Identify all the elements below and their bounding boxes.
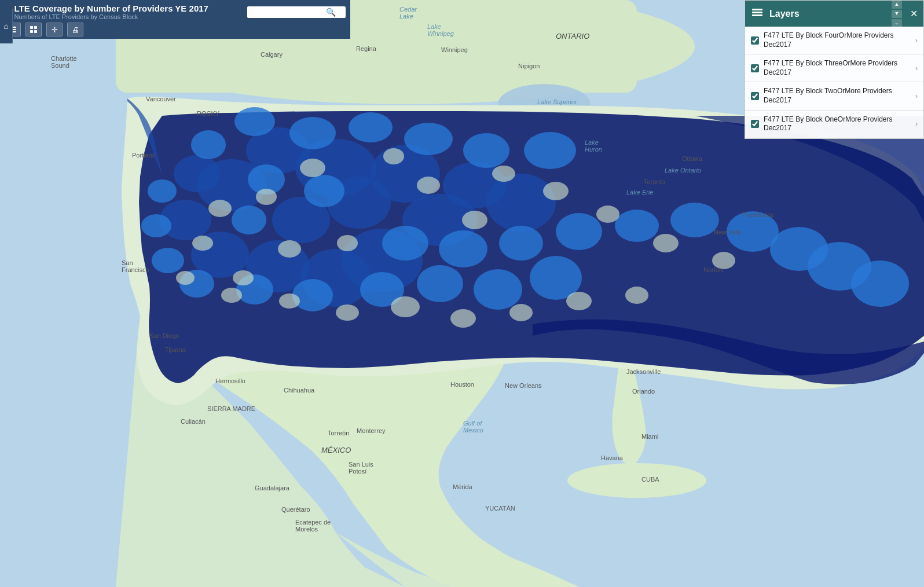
layers-controls: ▲ ▼ ⌄ [892, 1, 902, 27]
layer-item-2[interactable]: F477 LTE By Block ThreeOrMore Providers … [745, 54, 923, 82]
svg-point-32 [232, 206, 266, 234]
move-button[interactable]: ✛ [46, 23, 63, 36]
svg-point-29 [524, 132, 576, 169]
svg-point-68 [712, 252, 735, 269]
svg-point-59 [278, 240, 301, 258]
layer-4-arrow: › [915, 120, 918, 128]
svg-rect-84 [752, 9, 762, 10]
layer-3-checkbox[interactable] [751, 92, 759, 100]
svg-point-73 [625, 287, 648, 304]
svg-point-31 [304, 175, 344, 207]
search-input[interactable] [251, 8, 326, 16]
svg-point-28 [463, 133, 509, 168]
svg-point-35 [499, 226, 543, 261]
grid-button[interactable] [25, 23, 42, 36]
svg-point-57 [417, 177, 440, 194]
svg-point-22 [174, 155, 220, 192]
search-button[interactable]: 🔍 [326, 8, 336, 17]
svg-point-52 [148, 179, 177, 203]
svg-point-71 [509, 304, 533, 321]
svg-point-24 [234, 107, 275, 136]
layers-stack-icon [751, 6, 764, 21]
svg-rect-82 [30, 30, 33, 33]
layer-3-name: F477 LTE By Block TwoOrMore Providers De… [764, 87, 911, 105]
layer-2-name: F477 LTE By Block ThreeOrMore Providers … [764, 59, 911, 77]
print-button[interactable]: 🖨 [67, 23, 83, 36]
svg-point-65 [543, 182, 569, 200]
svg-point-76 [221, 288, 242, 303]
layers-close-button[interactable]: ✕ [910, 8, 918, 19]
layer-2-checkbox[interactable] [751, 64, 759, 72]
svg-point-3 [567, 463, 706, 498]
svg-point-60 [337, 235, 358, 251]
layer-item-1[interactable]: F477 LTE By Block FourOrMore Providers D… [745, 27, 923, 54]
layers-up-button[interactable]: ▲ [892, 1, 902, 9]
svg-point-74 [336, 304, 359, 321]
svg-point-64 [492, 166, 515, 182]
svg-point-62 [192, 236, 213, 251]
svg-point-58 [462, 211, 487, 229]
layers-panel: Layers ▲ ▼ ⌄ ✕ F477 LTE By Block FourOrM… [745, 0, 924, 139]
svg-point-17 [486, 174, 556, 232]
layer-1-name: F477 LTE By Block FourOrMore Providers D… [764, 31, 911, 49]
map-subtitle: Numbers of LTE Providers by Census Block [14, 13, 244, 20]
svg-point-33 [382, 226, 428, 261]
svg-point-54 [256, 189, 277, 205]
svg-point-50 [152, 248, 184, 273]
layers-expand-button[interactable]: ⌄ [892, 19, 902, 27]
svg-point-53 [208, 200, 232, 217]
svg-point-72 [566, 292, 592, 310]
nav-sidebar: ⌂ [0, 9, 13, 43]
layer-4-name: F477 LTE By Block OneOrMore Providers De… [764, 115, 911, 133]
svg-point-67 [653, 234, 679, 252]
layer-2-arrow: › [915, 64, 918, 72]
svg-point-27 [404, 123, 453, 155]
svg-point-45 [417, 265, 463, 302]
search-bar: 🔍 [247, 6, 346, 18]
svg-point-69 [391, 296, 420, 317]
toolbar: + LTE Coverage by Number of Providers YE… [0, 0, 350, 39]
layer-item-4[interactable]: F477 LTE By Block OneOrMore Providers De… [745, 111, 923, 138]
svg-point-23 [191, 130, 226, 159]
layer-3-arrow: › [915, 92, 918, 100]
svg-point-63 [176, 271, 195, 285]
svg-point-66 [596, 206, 619, 223]
layer-1-arrow: › [915, 36, 918, 45]
svg-point-44 [474, 269, 522, 310]
svg-point-25 [289, 117, 336, 149]
svg-rect-80 [30, 26, 33, 29]
svg-point-47 [292, 279, 333, 311]
svg-point-75 [279, 294, 300, 309]
svg-rect-85 [752, 12, 762, 13]
layers-header: Layers ▲ ▼ ⌄ ✕ [745, 1, 923, 27]
svg-point-36 [556, 213, 602, 250]
title-block: LTE Coverage by Number of Providers YE 2… [14, 3, 244, 20]
svg-rect-86 [752, 14, 762, 16]
svg-rect-83 [34, 30, 37, 33]
layer-item-3[interactable]: F477 LTE By Block TwoOrMore Providers De… [745, 82, 923, 110]
svg-point-42 [851, 261, 909, 307]
layers-title: Layers [769, 9, 886, 19]
map-title: LTE Coverage by Number of Providers YE 2… [14, 3, 244, 13]
svg-point-37 [615, 210, 659, 242]
svg-point-51 [141, 214, 171, 237]
home-button[interactable]: ⌂ [3, 21, 8, 31]
svg-point-26 [349, 112, 393, 142]
svg-point-55 [300, 159, 325, 177]
svg-point-61 [233, 270, 254, 285]
layer-1-checkbox[interactable] [751, 36, 759, 45]
layers-down-button[interactable]: ▼ [892, 10, 902, 18]
layer-4-checkbox[interactable] [751, 120, 759, 128]
svg-point-56 [383, 148, 404, 164]
svg-point-38 [670, 203, 719, 237]
svg-rect-81 [34, 26, 37, 29]
svg-point-34 [439, 230, 487, 267]
svg-point-70 [450, 309, 476, 328]
